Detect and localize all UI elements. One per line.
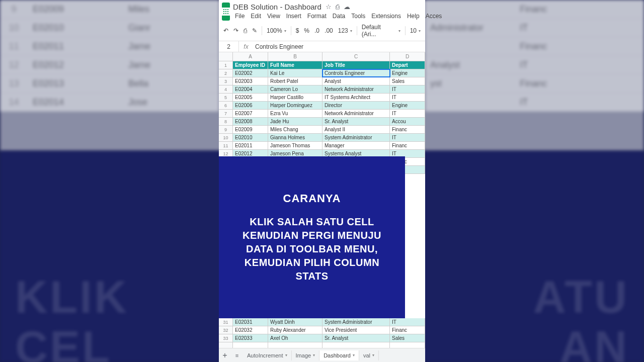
cell[interactable]: IT bbox=[390, 318, 425, 326]
cell[interactable]: IT bbox=[390, 85, 425, 93]
cell[interactable]: E02004 bbox=[233, 85, 268, 93]
menu-item-help[interactable]: Help bbox=[405, 12, 422, 21]
row-header[interactable]: 3 bbox=[219, 77, 233, 85]
format-dropdown[interactable]: 123 bbox=[337, 26, 354, 35]
print-icon[interactable]: ⎙ bbox=[242, 26, 249, 35]
cell[interactable]: Network Administrator bbox=[323, 85, 390, 93]
menu-item-acces[interactable]: Acces bbox=[424, 12, 444, 21]
cell[interactable]: Employee ID bbox=[233, 61, 268, 69]
menu-item-format[interactable]: Format bbox=[305, 12, 329, 21]
col-header-D[interactable]: D bbox=[390, 52, 425, 61]
row-header[interactable]: 32 bbox=[219, 326, 233, 334]
cell[interactable]: Cameron Lo bbox=[268, 85, 323, 93]
cell[interactable]: Kai Le bbox=[268, 69, 323, 77]
menu-item-view[interactable]: View bbox=[265, 12, 282, 21]
cell[interactable]: Sr. Analyst bbox=[323, 334, 390, 342]
cell[interactable]: E02033 bbox=[233, 334, 268, 342]
row-header[interactable]: 10 bbox=[219, 134, 233, 141]
row-header[interactable]: 2 bbox=[219, 69, 233, 77]
col-header-B[interactable]: B bbox=[268, 52, 323, 61]
font-dropdown[interactable]: Default (Ari... bbox=[360, 23, 402, 39]
cell[interactable]: Sales bbox=[390, 77, 425, 85]
col-header-A[interactable]: A bbox=[233, 52, 268, 61]
cell[interactable]: System Administrator bbox=[323, 318, 390, 326]
row-header[interactable]: 9 bbox=[219, 126, 233, 133]
cell[interactable]: Financ bbox=[390, 326, 425, 334]
cell[interactable]: Director bbox=[323, 102, 390, 109]
row-header[interactable]: 8 bbox=[219, 118, 233, 125]
col-header-C[interactable]: C bbox=[323, 52, 390, 61]
redo-icon[interactable]: ↷ bbox=[232, 26, 240, 35]
cell[interactable]: Financ bbox=[390, 142, 425, 149]
tab-image[interactable]: Image bbox=[292, 350, 320, 360]
font-size-dropdown[interactable]: 10 bbox=[409, 26, 422, 35]
cell[interactable]: E02007 bbox=[233, 110, 268, 117]
row-header[interactable]: 4 bbox=[219, 85, 233, 93]
cell[interactable]: E02009 bbox=[233, 126, 268, 133]
cell[interactable]: Sr. Analyst bbox=[323, 118, 390, 125]
menu-item-extensions[interactable]: Extensions bbox=[369, 12, 403, 21]
cell[interactable]: Ezra Vu bbox=[268, 110, 323, 117]
cell[interactable]: Job Title bbox=[323, 61, 390, 69]
row-header[interactable]: 11 bbox=[219, 142, 233, 149]
cell[interactable]: IT bbox=[390, 110, 425, 117]
tab-dashboard[interactable]: Dashboard bbox=[319, 350, 359, 360]
row-header[interactable]: 6 bbox=[219, 102, 233, 109]
cell[interactable]: E02032 bbox=[233, 326, 268, 334]
menu-item-data[interactable]: Data bbox=[331, 12, 347, 21]
cell[interactable]: E02031 bbox=[233, 318, 268, 326]
cell[interactable]: Financ bbox=[390, 126, 425, 133]
tab-autoincrement[interactable]: AutoIncrement bbox=[243, 350, 292, 360]
menu-item-file[interactable]: File bbox=[233, 12, 247, 21]
all-sheets-icon[interactable]: ≡ bbox=[231, 352, 243, 358]
menu-item-edit[interactable]: Edit bbox=[249, 12, 263, 21]
cell[interactable]: Ruby Alexander bbox=[268, 326, 323, 334]
cell[interactable]: Vice President bbox=[323, 326, 390, 334]
cell[interactable]: E02002 bbox=[233, 69, 268, 77]
row-header[interactable]: 33 bbox=[219, 334, 233, 342]
tab-val[interactable]: val bbox=[359, 350, 379, 360]
cell[interactable]: E02008 bbox=[233, 118, 268, 125]
cell[interactable]: IT Systems Architect bbox=[323, 94, 390, 101]
move-icon[interactable]: ⎙ bbox=[336, 3, 340, 11]
row-header[interactable]: 5 bbox=[219, 94, 233, 101]
cloud-icon[interactable]: ☁ bbox=[344, 3, 350, 11]
row-header[interactable]: 31 bbox=[219, 318, 233, 326]
cell[interactable]: Jameson Thomas bbox=[268, 142, 323, 149]
undo-icon[interactable]: ↶ bbox=[222, 26, 230, 35]
cell[interactable]: Miles Chang bbox=[268, 126, 323, 133]
row-header[interactable]: 1 bbox=[219, 61, 233, 69]
paint-icon[interactable]: ✎ bbox=[251, 26, 259, 35]
add-sheet-icon[interactable]: + bbox=[219, 351, 231, 360]
percent-button[interactable]: % bbox=[302, 26, 311, 35]
currency-button[interactable]: $ bbox=[294, 26, 301, 35]
cell[interactable]: Axel Oh bbox=[268, 334, 323, 342]
cell[interactable]: Analyst bbox=[323, 77, 390, 85]
menu-item-insert[interactable]: Insert bbox=[284, 12, 303, 21]
cell[interactable]: Manager bbox=[323, 142, 390, 149]
cell[interactable]: Analyst II bbox=[323, 126, 390, 133]
cell[interactable]: Jade Hu bbox=[268, 118, 323, 125]
menu-item-tools[interactable]: Tools bbox=[349, 12, 367, 21]
cell[interactable]: Controls Engineer bbox=[323, 69, 390, 77]
cell[interactable]: Harper Dominguez bbox=[268, 102, 323, 109]
dec-decrease-button[interactable]: .0 bbox=[313, 26, 321, 35]
cell[interactable]: E02010 bbox=[233, 134, 268, 141]
select-all-corner[interactable] bbox=[219, 52, 233, 61]
cell[interactable]: Depart bbox=[390, 61, 425, 69]
cell[interactable]: Sales bbox=[390, 334, 425, 342]
cell[interactable]: IT bbox=[390, 134, 425, 141]
zoom-dropdown[interactable]: 100% bbox=[265, 26, 288, 35]
cell[interactable]: Accou bbox=[390, 118, 425, 125]
star-icon[interactable]: ☆ bbox=[326, 3, 332, 11]
row-header[interactable]: 7 bbox=[219, 110, 233, 117]
formula-value[interactable]: Controls Engineer bbox=[253, 43, 303, 50]
cell[interactable]: Full Name bbox=[268, 61, 323, 69]
cell[interactable]: Gianna Holmes bbox=[268, 134, 323, 141]
cell[interactable]: Wyatt Dinh bbox=[268, 318, 323, 326]
cell[interactable]: Engine bbox=[390, 102, 425, 109]
sheets-logo-icon[interactable] bbox=[222, 3, 230, 21]
cell[interactable]: E02011 bbox=[233, 142, 268, 149]
doc-title[interactable]: DEB Solution - Dashboard bbox=[233, 3, 321, 11]
cell[interactable]: E02003 bbox=[233, 77, 268, 85]
